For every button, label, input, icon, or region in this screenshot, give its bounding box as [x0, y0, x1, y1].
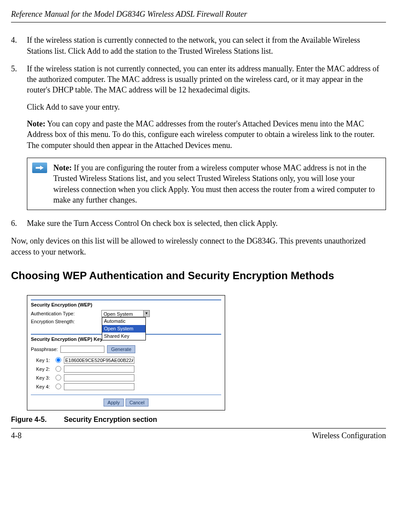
note-text-cell: Note: If you are configuring the router …: [52, 158, 386, 210]
auth-type-select[interactable]: Open System ▼ Automatic Open System Shar…: [101, 310, 150, 317]
list-number: 4.: [11, 35, 27, 56]
dropdown-option[interactable]: Shared Key: [102, 332, 145, 340]
generate-button[interactable]: Generate: [107, 345, 135, 353]
inline-note: Note: You can copy and paste the MAC add…: [27, 118, 386, 151]
passphrase-label: Passphrase:: [31, 346, 58, 353]
note-icon-cell: [27, 158, 52, 210]
key2-radio[interactable]: [56, 366, 61, 372]
passphrase-input[interactable]: [60, 346, 104, 353]
list-item-4: 4. If the wireless station is currently …: [11, 35, 386, 56]
auth-type-dropdown[interactable]: Automatic Open System Shared Key: [102, 317, 146, 340]
key3-radio[interactable]: [56, 375, 61, 381]
key2-row: Key 2:: [36, 366, 221, 373]
screenshot-figure: Security Encryption (WEP) Authentication…: [27, 295, 225, 410]
figure-title: Security Encryption section: [64, 416, 157, 423]
running-header: Reference Manual for the Model DG834G Wi…: [11, 9, 386, 19]
divider: [31, 299, 221, 300]
passphrase-row: Passphrase: Generate: [31, 345, 221, 353]
auth-type-label: Authentication Type:: [31, 310, 101, 317]
section-heading: Choosing WEP Authentication and Security…: [11, 269, 386, 283]
cancel-button[interactable]: Cancel: [126, 399, 148, 406]
section-title: Security Encryption (WEP): [31, 302, 221, 308]
key3-row: Key 3:: [36, 374, 221, 381]
footer-rule: [11, 428, 386, 429]
figure-caption: Figure 4-5.Security Encryption section: [11, 415, 386, 425]
footer-section: Wireless Configuration: [312, 430, 386, 441]
list-body: If the wireless station is currently con…: [27, 35, 386, 56]
list-item-6: 6. Make sure the Turn Access Control On …: [11, 218, 386, 229]
figure-number: Figure 4-5.: [11, 415, 64, 425]
list-text: If the wireless station is not currently…: [27, 63, 386, 96]
list-item-5: 5. If the wireless station is not curren…: [11, 63, 386, 151]
header-rule: [11, 22, 386, 22]
key4-radio[interactable]: [56, 384, 61, 389]
note-label: Note:: [27, 119, 45, 128]
key2-input[interactable]: [64, 366, 134, 373]
key1-input[interactable]: [64, 357, 134, 364]
note-text: If you are configuring the router from a…: [53, 163, 375, 204]
key4-input[interactable]: [64, 383, 134, 390]
dropdown-option[interactable]: Automatic: [102, 318, 145, 325]
key-label: Key 3:: [36, 375, 53, 381]
note-callout-box: Note: If you are configuring the router …: [27, 158, 386, 210]
key1-row: Key 1:: [36, 357, 221, 364]
auth-type-selected: Open System: [102, 310, 143, 317]
list-text: Make sure the Turn Access Control On che…: [27, 218, 386, 229]
auth-type-row: Authentication Type: Open System ▼ Autom…: [31, 310, 221, 317]
list-number: 6.: [11, 218, 27, 229]
key1-radio[interactable]: [56, 357, 61, 363]
button-row: Apply Cancel: [31, 399, 221, 406]
list-number: 5.: [11, 63, 27, 151]
page-number: 4-8: [11, 430, 22, 441]
chevron-down-icon[interactable]: ▼: [143, 310, 149, 317]
note-text: You can copy and paste the MAC addresses…: [27, 119, 375, 150]
arrow-right-icon: [32, 163, 47, 173]
key-label: Key 2:: [36, 366, 53, 373]
list-body: Make sure the Turn Access Control On che…: [27, 218, 386, 229]
divider: [31, 395, 221, 395]
note-label: Note:: [53, 163, 72, 172]
body-paragraph: Now, only devices on this list will be a…: [11, 236, 386, 257]
enc-strength-label: Encryption Strength:: [31, 318, 101, 325]
apply-button[interactable]: Apply: [104, 399, 124, 406]
list-text: Click Add to save your entry.: [27, 102, 386, 112]
list-body: If the wireless station is not currently…: [27, 63, 386, 151]
key4-row: Key 4:: [36, 383, 221, 390]
key-label: Key 4:: [36, 384, 53, 390]
key3-input[interactable]: [64, 374, 134, 381]
page-footer: 4-8 Wireless Configuration: [11, 430, 386, 441]
dropdown-option[interactable]: Open System: [102, 325, 145, 332]
list-text: If the wireless station is currently con…: [27, 35, 386, 56]
key-label: Key 1:: [36, 357, 53, 364]
